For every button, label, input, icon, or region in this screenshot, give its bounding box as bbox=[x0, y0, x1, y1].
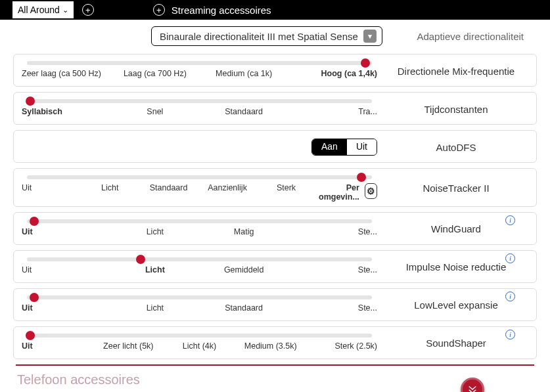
info-icon[interactable]: i bbox=[505, 215, 515, 225]
row-title: LowLevel expansie i bbox=[384, 294, 528, 316]
slider-thumb[interactable] bbox=[30, 293, 39, 302]
tick-label: Standaard bbox=[200, 107, 288, 116]
slider-thumb[interactable] bbox=[30, 217, 39, 226]
tick-label: Tra... bbox=[288, 107, 377, 116]
tick-label: Ste... bbox=[288, 303, 377, 313]
row-title-text: SoundShaper bbox=[426, 338, 486, 349]
tick-label: Aanzienlijk bbox=[198, 183, 256, 192]
slider-noisetracker[interactable] bbox=[27, 175, 372, 179]
slider-mix-frequency[interactable] bbox=[27, 61, 372, 65]
slider-windguard[interactable] bbox=[27, 219, 372, 223]
add-program-button-1[interactable]: + bbox=[82, 4, 94, 16]
tick-label: Standaard bbox=[139, 183, 198, 192]
tick-label: Uit bbox=[22, 227, 110, 236]
tick-label: Uit bbox=[22, 303, 110, 313]
tick-label: Ste... bbox=[288, 265, 377, 274]
dropdown-arrow-icon: ▾ bbox=[363, 30, 377, 43]
tab-all-around-label: All Around bbox=[18, 5, 60, 15]
tab-all-around[interactable]: All Around ⌄ bbox=[12, 1, 74, 19]
toggle-off-label: Uit bbox=[347, 139, 377, 155]
noisetracker-settings-button[interactable]: ⚙ bbox=[365, 183, 377, 199]
row-title: NoiseTracker II bbox=[384, 174, 528, 202]
tick-label: Sterk (2.5k) bbox=[306, 341, 377, 351]
directionality-header-row: Binaurale directionaliteit III met Spati… bbox=[13, 26, 537, 46]
info-icon[interactable]: i bbox=[505, 253, 515, 263]
row-impulse-noise: Uit Licht Gemiddeld Ste... Impulse Noise… bbox=[13, 250, 537, 283]
double-chevron-down-icon bbox=[467, 383, 478, 392]
row-lowlevel-expansion: Uit Licht Standaard Ste... LowLevel expa… bbox=[13, 288, 537, 321]
row-mix-frequency: Zeer laag (ca 500 Hz) Laag (ca 700 Hz) M… bbox=[13, 54, 537, 87]
tick-label: Matig bbox=[200, 227, 288, 236]
row-title: Impulse Noise reductie i bbox=[384, 256, 528, 278]
row-title-text: LowLevel expansie bbox=[414, 299, 498, 311]
tick-label: Gemiddeld bbox=[200, 265, 288, 274]
tick-label: Standaard bbox=[200, 303, 288, 313]
row-autodfs: Aan Uit AutoDFS bbox=[13, 130, 537, 163]
top-bar: All Around ⌄ + + Streaming accessoires bbox=[0, 0, 550, 20]
directionality-mode-value: Binaurale directionaliteit III met Spati… bbox=[160, 31, 358, 42]
row-title: WindGuard i bbox=[384, 218, 528, 240]
slider-impulse-noise[interactable] bbox=[27, 257, 372, 261]
tick-label: Ste... bbox=[288, 227, 377, 236]
streaming-accessories-label: Streaming accessoires bbox=[172, 5, 271, 16]
slider-thumb[interactable] bbox=[361, 58, 370, 68]
section-phone-accessories-title: Telefoon accessoires bbox=[13, 366, 537, 387]
slider-thumb[interactable] bbox=[357, 173, 366, 182]
row-title-text: Impulse Noise reductie bbox=[406, 261, 507, 272]
autodfs-toggle[interactable]: Aan Uit bbox=[311, 139, 377, 156]
toggle-on-label: Aan bbox=[312, 139, 347, 155]
directionality-mode-dropdown[interactable]: Binaurale directionaliteit III met Spati… bbox=[151, 26, 382, 46]
row-noisetracker: Uit Licht Standaard Aanzienlijk Sterk Pe… bbox=[13, 168, 537, 207]
tick-label: Licht bbox=[110, 303, 199, 313]
tick-label: Zeer licht (5k) bbox=[93, 341, 164, 351]
info-icon[interactable]: i bbox=[505, 292, 515, 301]
info-icon[interactable]: i bbox=[505, 330, 515, 339]
tick-label: Licht bbox=[110, 227, 199, 236]
tick-label: Sterk bbox=[257, 183, 315, 192]
tick-label: Licht bbox=[110, 265, 199, 274]
slider-soundshaper[interactable] bbox=[27, 334, 372, 338]
slider-thumb[interactable] bbox=[26, 331, 35, 340]
slider-thumb[interactable] bbox=[26, 97, 35, 106]
tick-label: Uit bbox=[22, 183, 80, 192]
slider-thumb[interactable] bbox=[136, 255, 145, 264]
tick-label: Licht bbox=[80, 183, 139, 192]
tick-label: Laag (ca 700 Hz) bbox=[110, 69, 199, 78]
row-title: Tijdconstanten bbox=[384, 98, 528, 120]
slider-time-constants[interactable] bbox=[27, 99, 372, 103]
row-soundshaper: Uit Zeer licht (5k) Licht (4k) Medium (3… bbox=[13, 326, 537, 359]
tick-label: Uit bbox=[22, 265, 110, 274]
tick-label: Medium (3.5k) bbox=[235, 341, 306, 351]
row-title: AutoDFS bbox=[384, 136, 528, 158]
adaptive-directionality-label: Adaptieve directionaliteit bbox=[417, 31, 537, 42]
tick-label-text: Per omgevin... bbox=[315, 183, 359, 202]
tick-label: Syllabisch bbox=[22, 107, 110, 116]
chevron-down-icon: ⌄ bbox=[62, 6, 68, 14]
tick-label: Uit bbox=[22, 341, 93, 351]
row-title: Directionele Mix-frequentie bbox=[384, 60, 528, 82]
add-program-button-2[interactable]: + bbox=[153, 4, 165, 16]
tick-label: Zeer laag (ca 500 Hz) bbox=[22, 69, 110, 78]
row-title: SoundShaper i bbox=[384, 332, 528, 355]
tick-label: Hoog (ca 1,4k) bbox=[288, 69, 377, 78]
tick-label: Snel bbox=[110, 107, 199, 116]
tick-label: Licht (4k) bbox=[164, 341, 235, 351]
tick-label: Per omgevin... ⚙ bbox=[315, 183, 377, 202]
row-time-constants: Syllabisch Snel Standaard Tra... Tijdcon… bbox=[13, 92, 537, 125]
tick-label: Medium (ca 1k) bbox=[200, 69, 288, 78]
slider-lowlevel[interactable] bbox=[27, 295, 372, 299]
row-windguard: Uit Licht Matig Ste... WindGuard i bbox=[13, 212, 537, 245]
gear-icon: ⚙ bbox=[367, 186, 375, 196]
row-title-text: WindGuard bbox=[431, 223, 481, 234]
